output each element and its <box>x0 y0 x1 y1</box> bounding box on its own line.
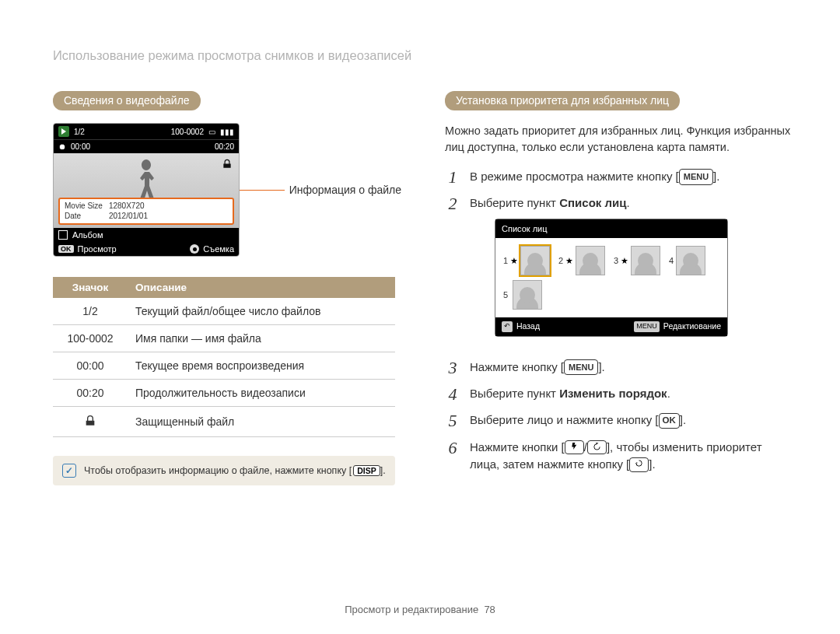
th-desc: Описание <box>128 277 395 298</box>
step-5: Выберите лицо и нажмите кнопку [OK]. <box>470 412 793 429</box>
card-icon: ▭ <box>208 128 215 136</box>
step-4: Выберите пункт Изменить порядок. <box>470 385 793 403</box>
flash-icon <box>565 440 584 455</box>
album-icon <box>58 230 68 240</box>
face-thumb <box>676 246 705 275</box>
table-row: 00:20 Продолжительность видеозаписи <box>53 380 395 407</box>
th-icon: Значок <box>53 277 128 298</box>
play-icon <box>58 126 69 137</box>
video-file-mock: 1/2 100-0002 ▭ ▮▮▮ ⏺ 00:00 <box>53 123 240 257</box>
table-row: 1/2 Текущий файл/общее число файлов <box>53 298 395 325</box>
back-icon: ↶ <box>502 321 513 332</box>
elapsed-time: 00:00 <box>71 142 90 151</box>
table-row: 100-0002 Имя папки — имя файла <box>53 325 395 352</box>
intro-text: Можно задать приоритет для избранных лиц… <box>445 123 793 156</box>
step-3: Нажмите кнопку [MENU]. <box>470 359 793 377</box>
info-table: Значок Описание 1/2 Текущий файл/общее ч… <box>53 277 395 437</box>
note-text: Чтобы отобразить информацию о файле, наж… <box>84 465 386 476</box>
ok-badge: OK <box>58 245 74 253</box>
battery-icon: ▮▮▮ <box>220 128 234 136</box>
note-box: ✓ Чтобы отобразить информацию о файле, н… <box>53 456 395 485</box>
return-icon <box>629 457 649 472</box>
face-list-mock: Список лиц 1★ 2★ 3★ 4 5 ↶Назад MENUРе <box>495 219 728 337</box>
file-counter: 1/2 <box>74 128 85 136</box>
back-label: Назад <box>516 321 540 333</box>
step-6: Нажмите кнопки [/], чтобы изменить приор… <box>470 439 793 474</box>
file-info-overlay: Movie Size 1280X720 Date 2012/01/01 <box>58 198 234 225</box>
face-thumb <box>513 280 542 310</box>
lock-icon <box>84 415 96 429</box>
table-row: 00:00 Текущее время воспроизведения <box>53 352 395 380</box>
timer-icon <box>587 440 607 455</box>
disp-badge: DISP <box>353 465 380 476</box>
menu-mini-badge: MENU <box>634 321 660 332</box>
step-2: Выберите пункт Список лиц. Список лиц 1★… <box>470 194 793 351</box>
callout-label: Информация о файле <box>289 184 401 196</box>
edit-label: Редактиование <box>663 321 721 333</box>
ok-badge: OK <box>659 413 680 428</box>
page-title: Использование режима просмотра снимков и… <box>53 48 793 63</box>
section-title-video-info: Сведения о видеофайле <box>53 91 201 110</box>
album-label: Альбом <box>72 230 103 240</box>
menu-badge: MENU <box>564 359 598 376</box>
rec-icon: ⏺ <box>58 142 66 151</box>
info-icon: ✓ <box>62 464 76 478</box>
shoot-icon <box>190 244 199 254</box>
shoot-label: Съемка <box>203 244 234 254</box>
view-label: Просмотр <box>78 244 117 254</box>
folder-file-number: 100-0002 <box>171 128 204 136</box>
page-footer: Просмотр и редактирование 78 <box>0 604 840 615</box>
face-thumb <box>576 246 605 275</box>
menu-badge: MENU <box>679 169 713 185</box>
steps-list: В режиме просмотра нажмите кнопку [MENU]… <box>445 168 793 474</box>
callout-line <box>240 190 285 191</box>
face-list-title: Список лиц <box>495 219 727 239</box>
section-title-face-priority: Установка приоритета для избранных лиц <box>445 91 680 110</box>
face-thumb <box>631 246 660 275</box>
face-thumb <box>520 246 550 275</box>
lock-icon <box>222 158 233 171</box>
table-row: Защищенный файл <box>53 407 395 437</box>
duration-time: 00:20 <box>215 142 234 151</box>
step-1: В режиме просмотра нажмите кнопку [MENU]… <box>470 168 793 186</box>
